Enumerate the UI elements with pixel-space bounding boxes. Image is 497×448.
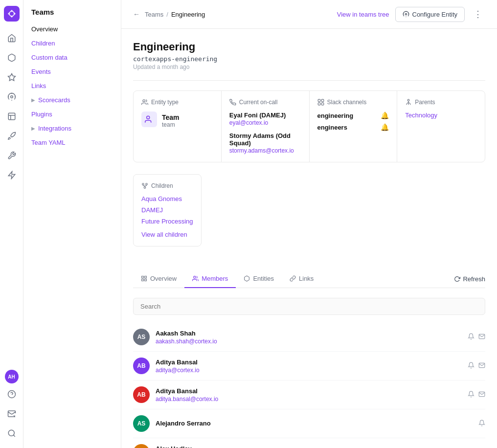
parents-card: Parents Technology	[397, 91, 485, 162]
breadcrumb-teams[interactable]: Teams	[145, 11, 163, 18]
member-bell-icon[interactable]	[468, 333, 474, 341]
member-bell-icon[interactable]	[468, 391, 474, 399]
view-all-children[interactable]: View all children	[141, 231, 193, 238]
slack-bell-1[interactable]: 🔔	[381, 112, 389, 119]
tab-actions: Refresh	[454, 275, 485, 283]
member-bell-icon[interactable]	[468, 362, 474, 370]
slack-bell-2[interactable]: 🔔	[381, 123, 389, 131]
announce-icon[interactable]	[3, 405, 21, 423]
user-avatar[interactable]: AH	[5, 370, 19, 383]
svg-marker-2	[8, 74, 15, 81]
children-link-0[interactable]: Aqua Gnomes	[141, 195, 193, 202]
app-logo[interactable]	[4, 6, 20, 22]
tab-members[interactable]: Members	[184, 270, 236, 288]
sidebar-icon-wrench[interactable]	[3, 147, 21, 164]
oncall-name-1: Eyal Foni (DAMEJ)	[229, 112, 301, 119]
member-actions	[478, 420, 485, 428]
svg-point-20	[146, 183, 148, 185]
tab-overview[interactable]: Overview	[133, 270, 184, 288]
oncall-name-2: Stormy Adams (Odd Squad)	[229, 132, 301, 147]
sidebar-item-team-yaml[interactable]: Team YAML	[23, 135, 121, 150]
sidebar-icon-settings[interactable]	[3, 88, 21, 106]
help-icon[interactable]	[3, 385, 21, 403]
sidebar-icon-lightning[interactable]	[3, 166, 21, 184]
sidebar-icon-star[interactable]	[3, 68, 21, 86]
tab-links-icon	[290, 275, 296, 282]
more-options-button[interactable]: ⋮	[471, 6, 485, 22]
member-email-icon[interactable]	[478, 362, 485, 370]
svg-point-11	[143, 100, 145, 102]
oncall-email-1[interactable]: eyal@cortex.io	[229, 119, 269, 126]
member-email: aditya@cortex.io	[156, 367, 468, 374]
configure-icon	[403, 11, 409, 18]
configure-entity-label: Configure Entity	[412, 11, 458, 18]
topbar-actions: View in teams tree Configure Entity ⋮	[337, 6, 485, 22]
sidebar-item-integrations[interactable]: ▶ Integrations	[23, 121, 121, 135]
search-icon-bottom[interactable]	[3, 425, 21, 442]
member-actions	[468, 362, 485, 370]
member-actions	[468, 391, 485, 399]
tab-links[interactable]: Links	[282, 270, 321, 288]
sidebar-icon-home[interactable]	[3, 29, 21, 47]
svg-line-9	[13, 435, 15, 436]
members-list: AS Aakash Shah aakash.shah@cortex.io AB …	[133, 323, 485, 448]
sidebar-item-links[interactable]: Links	[23, 79, 121, 93]
refresh-icon	[454, 276, 460, 282]
sidebar-item-plugins[interactable]: Plugins	[23, 107, 121, 121]
svg-rect-4	[8, 113, 15, 120]
search-input[interactable]	[133, 298, 485, 315]
breadcrumb: ← Teams / Engineering	[133, 10, 205, 18]
parent-link-technology[interactable]: Technology	[405, 112, 437, 119]
sidebar-item-custom-data[interactable]: Custom data	[23, 50, 121, 65]
tab-entities[interactable]: Entities	[236, 270, 282, 288]
children-link-1[interactable]: DAMEJ	[141, 206, 193, 214]
configure-entity-button[interactable]: Configure Entity	[395, 7, 465, 22]
back-button[interactable]: ←	[133, 10, 140, 18]
member-name: Aditya Bansal	[156, 358, 468, 366]
svg-point-10	[405, 13, 407, 15]
oncall-email-2[interactable]: stormy.adams@cortex.io	[229, 147, 294, 154]
parents-header: Parents	[405, 99, 477, 106]
slack-row-2: engineers 🔔	[317, 123, 389, 131]
children-link-2[interactable]: Future Processing	[141, 218, 193, 225]
sidebar-item-scorecards[interactable]: ▶ Scorecards	[23, 93, 121, 107]
slack-icon	[317, 99, 324, 106]
refresh-button[interactable]: Refresh	[454, 275, 485, 283]
sidebar-item-overview[interactable]: Overview	[23, 22, 121, 36]
divider	[133, 80, 485, 81]
slack-label: Slack channels	[327, 99, 367, 106]
slack-channel-2: engineers	[317, 124, 347, 131]
oncall-label: Current on-call	[239, 99, 278, 106]
children-icon	[141, 182, 148, 189]
member-email-icon[interactable]	[478, 333, 485, 341]
member-bell-icon[interactable]	[478, 420, 485, 428]
svg-point-12	[147, 116, 150, 119]
entity-type-sub: team	[162, 121, 180, 128]
svg-rect-22	[145, 276, 147, 278]
sidebar-label-plugins: Plugins	[31, 111, 52, 118]
sidebar-item-events[interactable]: Events	[23, 65, 121, 79]
member-avatar: AB	[133, 358, 150, 374]
member-email-icon[interactable]	[478, 391, 485, 399]
sidebar-label-scorecards: Scorecards	[38, 96, 70, 104]
svg-point-1	[10, 12, 14, 16]
member-name: Alex Hadley	[156, 445, 468, 448]
entity-type-label: Entity type	[151, 99, 179, 106]
sidebar-icon-rocket[interactable]	[3, 127, 21, 145]
sidebar-item-children[interactable]: Children	[23, 36, 121, 50]
member-avatar: AS	[133, 329, 150, 345]
svg-rect-23	[142, 279, 144, 281]
oncall-card: Current on-call Eyal Foni (DAMEJ) eyal@c…	[222, 91, 310, 162]
expand-icon-scorecards: ▶	[31, 97, 35, 103]
member-avatar: AS	[133, 415, 150, 432]
sidebar-icon-cube[interactable]	[3, 49, 21, 67]
svg-point-8	[8, 430, 14, 436]
children-header: Children	[141, 182, 193, 189]
refresh-label: Refresh	[463, 275, 485, 283]
member-info: Alex Hadley alex.hadley@cortex.io	[156, 445, 468, 448]
oncall-person-1: Eyal Foni (DAMEJ) eyal@cortex.io	[229, 112, 301, 126]
breadcrumb-current: Engineering	[171, 11, 205, 18]
entity-type-icon-box	[141, 112, 157, 127]
view-in-teams-tree-button[interactable]: View in teams tree	[337, 11, 389, 18]
sidebar-icon-layout[interactable]	[3, 108, 21, 125]
